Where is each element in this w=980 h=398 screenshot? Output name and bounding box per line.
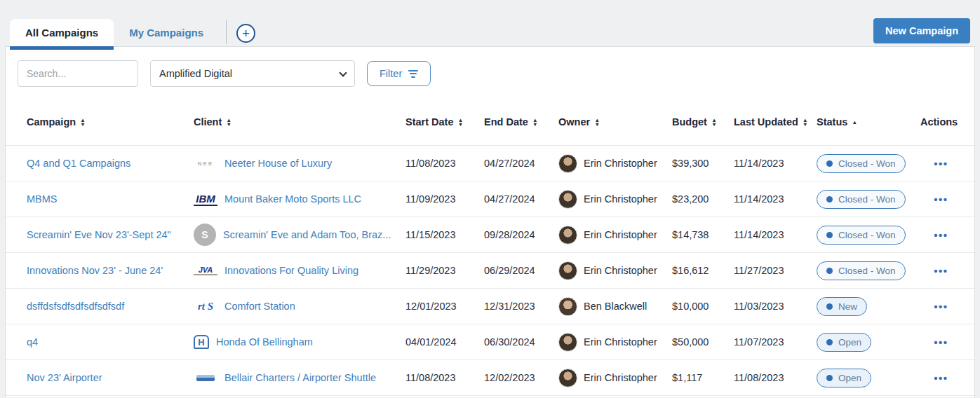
end-date: 09/28/2024 bbox=[484, 229, 558, 240]
column-header-campaign[interactable]: Campaign▴▾ bbox=[27, 116, 194, 129]
owner-avatar bbox=[558, 369, 577, 387]
owner-name: Erin Christopher bbox=[584, 372, 657, 383]
start-date: 11/15/2023 bbox=[405, 229, 484, 240]
sort-icon: ▴▾ bbox=[459, 118, 462, 127]
row-actions-menu-button[interactable]: ••• bbox=[934, 229, 948, 241]
filter-button[interactable]: Filter bbox=[367, 61, 431, 86]
table-row[interactable]: Screamin' Eve Nov 23'-Sept 24"SScreamin'… bbox=[6, 217, 974, 253]
client-link[interactable]: Innovations For Quality Living bbox=[224, 265, 358, 276]
end-date: 04/27/2024 bbox=[484, 158, 558, 169]
tab-bar: All Campaigns My Campaigns + bbox=[10, 0, 255, 46]
publisher-select-wrap: Amplified Digital bbox=[150, 60, 355, 87]
owner-avatar bbox=[558, 261, 577, 280]
row-actions-menu-button[interactable]: ••• bbox=[934, 158, 948, 170]
search-input[interactable] bbox=[18, 60, 138, 87]
client-link[interactable]: Screamin' Eve and Adam Too, Braz... bbox=[223, 229, 391, 240]
budget: $14,738 bbox=[672, 229, 734, 240]
column-header-client[interactable]: Client▴▾ bbox=[194, 116, 405, 129]
column-header-budget[interactable]: Budget▴▾ bbox=[672, 116, 734, 129]
client-link[interactable]: Honda Of Bellingham bbox=[216, 336, 313, 348]
owner-avatar bbox=[558, 226, 577, 245]
client-logo: IBM bbox=[194, 193, 217, 206]
sort-icon: ▴▾ bbox=[713, 118, 716, 127]
last-updated: 11/14/2023 bbox=[734, 158, 817, 169]
plus-icon: + bbox=[242, 27, 250, 40]
budget: $23,200 bbox=[672, 193, 734, 205]
owner-avatar bbox=[558, 190, 577, 209]
row-actions-menu-button[interactable]: ••• bbox=[934, 336, 948, 348]
row-actions-menu-button[interactable]: ••• bbox=[934, 301, 948, 313]
status-dot-icon bbox=[826, 303, 833, 310]
publisher-select[interactable]: Amplified Digital bbox=[150, 60, 355, 87]
column-header-start-date[interactable]: Start Date▴▾ bbox=[405, 116, 484, 129]
client-logo: JVA bbox=[194, 266, 217, 275]
campaign-link[interactable]: Nov 23' Airporter bbox=[27, 372, 102, 383]
owner-name: Ben Blackwell bbox=[584, 301, 647, 312]
column-header-label: Campaign bbox=[27, 116, 76, 129]
table-row[interactable]: MBMSIBMMount Baker Moto Sports LLC11/09/… bbox=[6, 181, 974, 217]
tab-all-campaigns[interactable]: All Campaigns bbox=[10, 19, 114, 46]
campaign-link[interactable]: Q4 and Q1 Campaigns bbox=[27, 158, 130, 169]
column-header-label: Status bbox=[817, 116, 847, 129]
owner-name: Erin Christopher bbox=[584, 336, 657, 348]
row-actions-menu-button[interactable]: ••• bbox=[934, 265, 948, 277]
table-row[interactable]: dsffdsfsdfsdfsdfsdfsdfrt SComfort Statio… bbox=[6, 289, 974, 324]
owner-avatar bbox=[558, 297, 577, 316]
status-dot-icon bbox=[826, 196, 833, 203]
sort-icon: ▴▾ bbox=[534, 118, 537, 127]
client-link[interactable]: Mount Baker Moto Sports LLC bbox=[224, 193, 361, 205]
table-row[interactable]: Nov 23' AirporterBellair Charters / Airp… bbox=[6, 360, 974, 396]
table-row[interactable]: q4HHonda Of Bellingham04/01/202406/30/20… bbox=[6, 324, 974, 360]
start-date: 11/09/2023 bbox=[405, 193, 484, 205]
start-date: 11/08/2023 bbox=[405, 158, 484, 169]
client-link[interactable]: Bellair Charters / Airporter Shuttle bbox=[224, 372, 376, 383]
last-updated: 11/08/2023 bbox=[734, 372, 817, 383]
campaign-link[interactable]: Screamin' Eve Nov 23'-Sept 24" bbox=[27, 229, 171, 240]
table-row[interactable]: Innovations Nov 23' - June 24'JVAInnovat… bbox=[6, 253, 974, 289]
sort-icon: ▴▾ bbox=[227, 118, 230, 127]
column-header-label: Start Date bbox=[405, 116, 454, 129]
status-dot-icon bbox=[826, 160, 833, 167]
end-date: 06/29/2024 bbox=[484, 265, 558, 276]
campaign-link[interactable]: q4 bbox=[27, 336, 38, 348]
column-header-last-updated[interactable]: Last Updated▴▾ bbox=[734, 116, 817, 129]
column-header-label: Last Updated bbox=[734, 116, 798, 129]
column-header-label: Owner bbox=[558, 116, 590, 129]
top-bar: All Campaigns My Campaigns + New Campaig… bbox=[0, 0, 980, 46]
owner-name: Erin Christopher bbox=[584, 158, 657, 169]
filter-button-label: Filter bbox=[380, 68, 402, 79]
column-header-label: Client bbox=[194, 116, 222, 129]
last-updated: 11/07/2023 bbox=[734, 336, 817, 348]
status-dot-icon bbox=[826, 268, 833, 274]
column-header-owner[interactable]: Owner▴▾ bbox=[558, 116, 672, 129]
table-row[interactable]: Q4 and Q1 CampaignsNEENeeter House of Lu… bbox=[6, 146, 974, 181]
client-link[interactable]: Comfort Station bbox=[224, 301, 295, 312]
sort-icon: ▴▾ bbox=[81, 118, 84, 127]
client-logo: H bbox=[194, 335, 209, 349]
client-logo bbox=[194, 375, 217, 381]
start-date: 12/01/2023 bbox=[405, 301, 484, 312]
owner-name: Erin Christopher bbox=[584, 265, 657, 276]
status-badge: New bbox=[817, 297, 867, 316]
start-date: 04/01/2024 bbox=[405, 336, 484, 348]
column-header-end-date[interactable]: End Date▴▾ bbox=[484, 116, 558, 129]
last-updated: 11/14/2023 bbox=[734, 193, 817, 205]
sort-icon: ▴▾ bbox=[596, 118, 598, 127]
column-header-status[interactable]: Status▴ bbox=[817, 116, 920, 129]
last-updated: 11/27/2023 bbox=[734, 265, 817, 276]
owner-avatar bbox=[558, 154, 577, 173]
tab-my-campaigns[interactable]: My Campaigns bbox=[114, 19, 219, 46]
campaign-link[interactable]: MBMS bbox=[27, 193, 58, 205]
column-header-label: End Date bbox=[484, 116, 528, 129]
campaign-link[interactable]: Innovations Nov 23' - June 24' bbox=[27, 265, 163, 276]
column-header-actions: Actions bbox=[920, 116, 965, 129]
new-campaign-button[interactable]: New Campaign bbox=[873, 18, 970, 43]
client-logo: S bbox=[194, 224, 216, 246]
row-actions-menu-button[interactable]: ••• bbox=[934, 193, 948, 205]
filter-lines-icon bbox=[408, 70, 418, 78]
campaign-link[interactable]: dsffdsfsdfsdfsdfsdfsdf bbox=[27, 301, 124, 312]
add-tab-button[interactable]: + bbox=[236, 24, 255, 43]
sort-asc-icon: ▴ bbox=[853, 121, 856, 125]
row-actions-menu-button[interactable]: ••• bbox=[934, 372, 948, 384]
client-link[interactable]: Neeter House of Luxury bbox=[224, 158, 332, 169]
